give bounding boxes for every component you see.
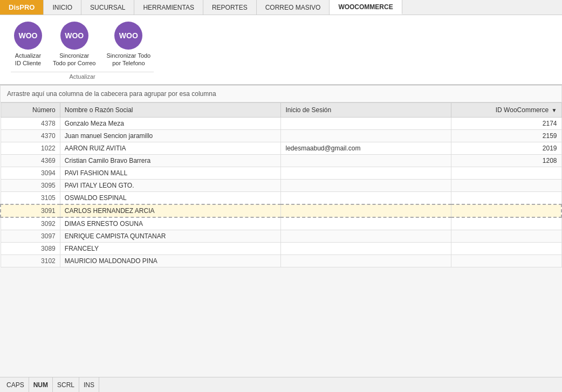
menu-bar: DisPRO INICIO SUCURSAL HERRAMIENTAS REPO… xyxy=(0,0,562,15)
cell-nombre: Cristian Camilo Bravo Barrera xyxy=(60,154,281,167)
cell-sesion xyxy=(281,217,451,230)
tab-inicio[interactable]: INICIO xyxy=(44,0,81,15)
label-actualizar: ActualizarID Cliente xyxy=(15,52,41,67)
cell-woo-id: 2019 xyxy=(451,142,561,154)
cell-numero: 3094 xyxy=(1,167,60,179)
table-row[interactable]: 1022AARON RUIZ AVITIAledesmaabud@gmail.c… xyxy=(1,142,561,154)
status-scrl: SCRL xyxy=(53,377,79,392)
cell-woo-id xyxy=(451,167,561,179)
group-header: Arrastre aquí una columna de la cabecera… xyxy=(0,85,562,102)
cell-numero: 3105 xyxy=(1,191,60,204)
cell-sesion xyxy=(281,191,451,204)
table-row[interactable]: 3089FRANCELY xyxy=(1,242,561,255)
cell-woo-id: 1208 xyxy=(451,154,561,167)
table-container[interactable]: Número Nombre o Razón Social Inicio de S… xyxy=(0,102,562,371)
col-header-sesion[interactable]: Inicio de Sesión xyxy=(281,102,451,117)
cell-numero: 3102 xyxy=(1,255,60,267)
ribbon-group-woo: WOO ActualizarID Cliente WOO Sincronizar… xyxy=(5,19,159,80)
status-bar: CAPS NUM SCRL INS xyxy=(0,377,562,392)
tab-reportes[interactable]: REPORTES xyxy=(203,0,257,15)
cell-sesion xyxy=(281,255,451,267)
btn-sincronizar-correo[interactable]: WOO SincronizarTodo por Correo xyxy=(50,19,99,70)
cell-numero: 1022 xyxy=(1,142,60,154)
cell-numero: 4369 xyxy=(1,154,60,167)
table-row[interactable]: 4378Gonzalo Meza Meza2174 xyxy=(1,117,561,129)
cell-nombre: Juan manuel Sencion jaramillo xyxy=(60,129,281,142)
col-header-numero[interactable]: Número xyxy=(1,102,60,117)
cell-sesion xyxy=(281,179,451,191)
label-telefono: Sincronizar Todopor Telefono xyxy=(107,52,151,67)
cell-nombre: PAVI ITALY LEON GTO. xyxy=(60,179,281,191)
table-row[interactable]: 4369Cristian Camilo Bravo Barrera1208 xyxy=(1,154,561,167)
cell-woo-id xyxy=(451,191,561,204)
cell-nombre: AARON RUIZ AVITIA xyxy=(60,142,281,154)
cell-nombre: PAVI FASHION MALL xyxy=(60,167,281,179)
data-table: Número Nombre o Razón Social Inicio de S… xyxy=(0,102,562,267)
table-body: 4378Gonzalo Meza Meza21744370Juan manuel… xyxy=(1,117,561,267)
cell-numero: 3097 xyxy=(1,230,60,242)
tab-woocommerce[interactable]: WOOCOMMERCE xyxy=(330,0,402,15)
woo-icon-correo: WOO xyxy=(60,22,88,50)
tab-sucursal[interactable]: SUCURSAL xyxy=(81,0,134,15)
sort-arrow-icon: ▼ xyxy=(552,107,557,113)
cell-sesion xyxy=(281,154,451,167)
table-row[interactable]: 3095PAVI ITALY LEON GTO. xyxy=(1,179,561,191)
ribbon-buttons: WOO ActualizarID Cliente WOO Sincronizar… xyxy=(11,19,154,70)
table-row[interactable]: 3094PAVI FASHION MALL xyxy=(1,167,561,179)
ribbon: WOO ActualizarID Cliente WOO Sincronizar… xyxy=(0,15,562,85)
label-correo: SincronizarTodo por Correo xyxy=(53,52,96,67)
btn-sincronizar-telefono[interactable]: WOO Sincronizar Todopor Telefono xyxy=(104,19,154,70)
cell-nombre: OSWALDO ESPINAL xyxy=(60,191,281,204)
col-header-nombre[interactable]: Nombre o Razón Social xyxy=(60,102,281,117)
cell-numero: 3091 xyxy=(1,204,60,217)
status-caps: CAPS xyxy=(2,377,29,392)
cell-woo-id xyxy=(451,217,561,230)
cell-numero: 4378 xyxy=(1,117,60,129)
cell-sesion: ledesmaabud@gmail.com xyxy=(281,142,451,154)
cell-sesion xyxy=(281,242,451,255)
btn-actualizar-id-cliente[interactable]: WOO ActualizarID Cliente xyxy=(11,19,45,70)
col-header-woo-id[interactable]: ID WooCommerce ▼ xyxy=(451,102,561,117)
cell-numero: 4370 xyxy=(1,129,60,142)
table-row[interactable]: 3105OSWALDO ESPINAL xyxy=(1,191,561,204)
tab-herramientas[interactable]: HERRAMIENTAS xyxy=(134,0,203,15)
ribbon-group-label: Actualizar xyxy=(11,72,154,80)
cell-woo-id: 2174 xyxy=(451,117,561,129)
table-row[interactable]: 4370Juan manuel Sencion jaramillo2159 xyxy=(1,129,561,142)
table-row[interactable]: 3097ENRIQUE CAMPISTA QUNTANAR xyxy=(1,230,561,242)
table-header-row: Número Nombre o Razón Social Inicio de S… xyxy=(1,102,561,117)
cell-woo-id xyxy=(451,255,561,267)
cell-sesion xyxy=(281,230,451,242)
cell-numero: 3095 xyxy=(1,179,60,191)
status-ins: INS xyxy=(79,377,99,392)
cell-woo-id xyxy=(451,179,561,191)
woo-icon-actualizar: WOO xyxy=(14,22,42,50)
woo-icon-telefono: WOO xyxy=(114,22,142,50)
cell-sesion xyxy=(281,204,451,217)
cell-nombre: CARLOS HERNANDEZ ARCIA xyxy=(60,204,281,217)
cell-numero: 3092 xyxy=(1,217,60,230)
table-row[interactable]: 3102MAURICIO MALDONADO PINA xyxy=(1,255,561,267)
tab-correo-masivo[interactable]: CORREO MASIVO xyxy=(257,0,330,15)
cell-sesion xyxy=(281,117,451,129)
cell-nombre: MAURICIO MALDONADO PINA xyxy=(60,255,281,267)
table-row[interactable]: 3091CARLOS HERNANDEZ ARCIA xyxy=(1,204,561,217)
status-num: NUM xyxy=(29,377,53,392)
cell-nombre: ENRIQUE CAMPISTA QUNTANAR xyxy=(60,230,281,242)
cell-woo-id: 2159 xyxy=(451,129,561,142)
cell-nombre: DIMAS ERNESTO OSUNA xyxy=(60,217,281,230)
cell-numero: 3089 xyxy=(1,242,60,255)
cell-nombre: Gonzalo Meza Meza xyxy=(60,117,281,129)
table-row[interactable]: 3092DIMAS ERNESTO OSUNA xyxy=(1,217,561,230)
cell-sesion xyxy=(281,167,451,179)
cell-sesion xyxy=(281,129,451,142)
cell-nombre: FRANCELY xyxy=(60,242,281,255)
main-content: Arrastre aquí una columna de la cabecera… xyxy=(0,85,562,385)
tab-dispro[interactable]: DisPRO xyxy=(0,0,44,15)
cell-woo-id xyxy=(451,242,561,255)
cell-woo-id xyxy=(451,230,561,242)
cell-woo-id xyxy=(451,204,561,217)
